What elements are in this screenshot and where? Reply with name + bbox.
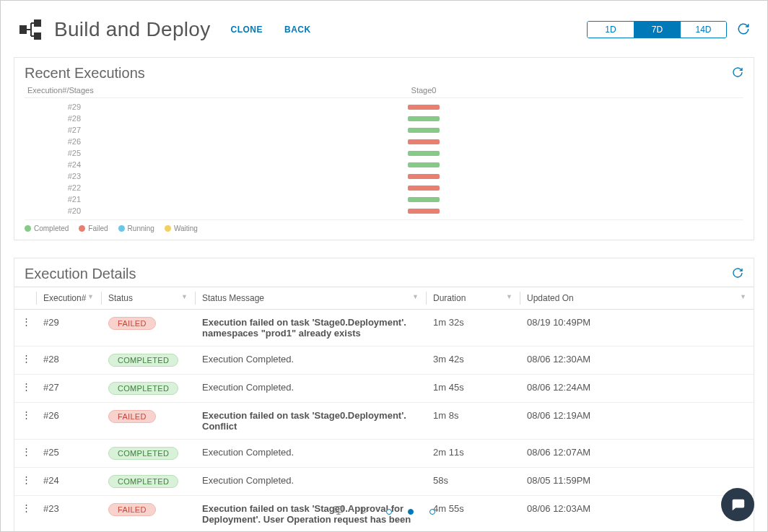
cell-updated: 08/06 12:19AM	[520, 403, 754, 440]
time-range-7d[interactable]: 7D	[634, 22, 680, 38]
executions-chart: Execution#/Stages Stage0 #29#28#27#26#25…	[14, 86, 754, 240]
chart-row[interactable]: #24	[25, 159, 743, 170]
cell-exec: #27	[36, 375, 101, 403]
legend-completed: Completed	[34, 224, 69, 232]
clone-link[interactable]: CLONE	[231, 25, 263, 35]
cell-status: COMPLETED	[101, 375, 195, 403]
chart-row-label: #28	[25, 114, 104, 123]
details-refresh-icon[interactable]	[732, 267, 743, 281]
cell-exec: #29	[36, 310, 101, 346]
cell-message: Execution Completed.	[195, 468, 426, 496]
table-row: ⋮#25COMPLETEDExecution Completed.2m 11s0…	[14, 440, 754, 468]
row-menu-icon[interactable]: ⋮	[14, 440, 36, 468]
cell-message: Execution failed on task 'Stage0.Deploym…	[195, 310, 426, 346]
cell-updated: 08/06 12:24AM	[520, 375, 754, 403]
nav-dot-2[interactable]	[408, 509, 414, 515]
chart-row[interactable]: #26	[25, 136, 743, 147]
play-icon[interactable]	[360, 505, 370, 518]
chart-row-label: #25	[25, 149, 104, 157]
cell-status: COMPLETED	[101, 468, 195, 496]
stage-bar[interactable]	[408, 174, 440, 179]
chart-row-label: #27	[25, 126, 104, 134]
col-dur[interactable]: Duration	[433, 293, 466, 303]
header-links: CLONE BACK	[231, 25, 311, 35]
legend-dot-completed	[25, 225, 31, 232]
filter-icon[interactable]: ▼	[87, 293, 94, 300]
stage-bar[interactable]	[408, 116, 440, 121]
nav-dot-1[interactable]	[386, 509, 392, 515]
cell-message: Execution Completed.	[195, 346, 426, 375]
col-exec[interactable]: Execution#	[43, 293, 86, 303]
stage-bar[interactable]	[408, 128, 440, 133]
chart-row[interactable]: #29	[25, 101, 743, 113]
cell-status: COMPLETED	[101, 346, 195, 375]
row-menu-icon[interactable]: ⋮	[14, 346, 36, 375]
table-row: ⋮#27COMPLETEDExecution Completed.1m 45s0…	[14, 375, 754, 403]
svg-rect-0	[19, 25, 27, 34]
stage-bar[interactable]	[408, 139, 440, 144]
chart-row-label: #29	[25, 103, 104, 111]
filter-icon[interactable]: ▼	[740, 293, 746, 300]
cell-status: FAILED	[101, 310, 195, 346]
chart-row-label: #20	[25, 206, 104, 215]
cell-updated: 08/19 10:49PM	[520, 310, 754, 346]
svg-rect-1	[34, 19, 41, 27]
status-badge: FAILED	[108, 410, 156, 423]
chart-col-label: Execution#/Stages	[25, 86, 104, 95]
cell-exec: #28	[36, 346, 101, 375]
stage-bar[interactable]	[408, 162, 440, 167]
chart-row[interactable]: #21	[25, 193, 743, 205]
cell-status: COMPLETED	[101, 440, 195, 468]
nav-dot-3[interactable]	[429, 509, 435, 515]
execution-details-title: Execution Details	[25, 266, 136, 282]
chat-fab[interactable]	[721, 488, 754, 521]
col-msg[interactable]: Status Message	[202, 293, 264, 303]
chart-row[interactable]: #22	[25, 182, 743, 193]
cell-updated: 08/06 12:07AM	[520, 440, 754, 468]
cell-duration: 2m 11s	[426, 440, 520, 468]
filter-icon[interactable]: ▼	[181, 293, 188, 300]
status-badge: COMPLETED	[108, 475, 178, 488]
chart-row[interactable]: #20	[25, 205, 743, 217]
monitor-icon[interactable]	[333, 505, 344, 518]
filter-icon[interactable]: ▼	[412, 293, 419, 300]
refresh-icon[interactable]	[737, 22, 750, 38]
page-header: Build and Deploy CLONE BACK 1D 7D 14D	[1, 1, 767, 53]
stage-bar[interactable]	[408, 197, 440, 202]
time-range-14d[interactable]: 14D	[680, 22, 726, 38]
cell-message: Execution failed on task 'Stage0.Deploym…	[195, 403, 426, 440]
chart-legend: Completed Failed Running Waiting	[25, 220, 743, 232]
time-range-1d[interactable]: 1D	[588, 22, 634, 38]
row-menu-icon[interactable]: ⋮	[14, 310, 36, 346]
panel-refresh-icon[interactable]	[732, 66, 743, 80]
stage-bar[interactable]	[408, 186, 440, 191]
legend-waiting: Waiting	[174, 224, 198, 232]
chart-row[interactable]: #28	[25, 113, 743, 124]
back-link[interactable]: BACK	[284, 25, 311, 35]
legend-failed: Failed	[88, 224, 108, 232]
cell-duration: 1m 8s	[426, 403, 520, 440]
col-status[interactable]: Status	[108, 293, 133, 303]
chart-row[interactable]: #27	[25, 124, 743, 136]
chart-row[interactable]: #23	[25, 170, 743, 182]
row-menu-icon[interactable]: ⋮	[14, 468, 36, 496]
stage-bar[interactable]	[408, 209, 440, 214]
chart-row-label: #26	[25, 137, 104, 146]
chart-row-label: #23	[25, 172, 104, 180]
stage-bar[interactable]	[408, 105, 440, 110]
cell-duration: 58s	[426, 468, 520, 496]
status-badge: COMPLETED	[108, 382, 178, 395]
filter-icon[interactable]: ▼	[506, 293, 512, 300]
chart-row-label: #21	[25, 195, 104, 204]
svg-rect-3	[334, 507, 343, 513]
executions-table: Execution#▼ Status▼ Status Message▼ Dura…	[14, 287, 754, 532]
table-row: ⋮#29FAILEDExecution failed on task 'Stag…	[14, 310, 754, 346]
svg-marker-4	[363, 507, 369, 513]
chart-row-label: #24	[25, 160, 104, 169]
row-menu-icon[interactable]: ⋮	[14, 375, 36, 403]
chart-row[interactable]: #25	[25, 147, 743, 159]
row-menu-icon[interactable]: ⋮	[14, 403, 36, 440]
col-upd[interactable]: Updated On	[527, 293, 574, 303]
chart-row-label: #22	[25, 183, 104, 192]
stage-bar[interactable]	[408, 151, 440, 156]
